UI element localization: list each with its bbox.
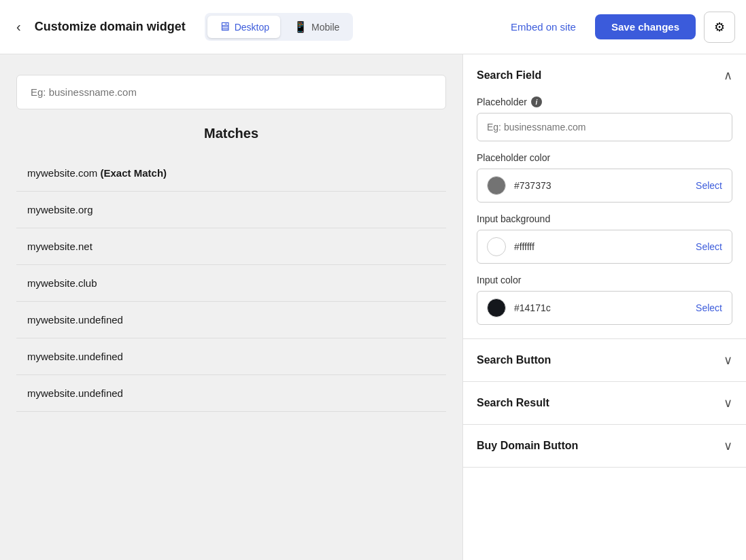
exact-match-label: (Exact Match): [101, 167, 167, 179]
list-item: mywebsite.org: [16, 192, 446, 228]
input-color-swatch: [487, 298, 506, 317]
input-bg-color-row: #ffffff Select: [477, 230, 732, 264]
input-bg-color-select-button[interactable]: Select: [696, 241, 722, 252]
chevron-up-icon: ∧: [724, 68, 732, 83]
list-item: mywebsite.undefined: [16, 338, 446, 375]
placeholder-color-swatch: [487, 176, 506, 195]
match-text: mywebsite.undefined: [27, 351, 123, 362]
placeholder-color-value: #737373: [514, 180, 688, 191]
list-item: mywebsite.undefined: [16, 375, 446, 412]
placeholder-input[interactable]: [477, 113, 732, 141]
mobile-button[interactable]: 📱 Mobile: [283, 16, 350, 37]
desktop-label: Desktop: [235, 22, 269, 33]
settings-button[interactable]: ⚙: [704, 12, 735, 43]
search-field-title: Search Field: [477, 69, 541, 82]
save-changes-button[interactable]: Save changes: [595, 14, 696, 39]
list-item: mywebsite.undefined: [16, 302, 446, 338]
input-bg-label: Input background: [477, 213, 732, 224]
embed-on-site-button[interactable]: Embed on site: [500, 16, 587, 38]
buy-domain-title: Buy Domain Button: [477, 440, 578, 452]
list-item: mywebsite.club: [16, 265, 446, 302]
search-field-header[interactable]: Search Field ∧: [463, 54, 746, 97]
search-button-section: Search Button ∨: [463, 339, 746, 382]
search-button-header[interactable]: Search Button ∨: [463, 339, 746, 381]
info-icon: i: [531, 97, 542, 107]
placeholder-color-select-button[interactable]: Select: [696, 180, 722, 191]
back-button[interactable]: ‹: [11, 16, 27, 37]
search-result-section: Search Result ∨: [463, 382, 746, 425]
search-button-title: Search Button: [477, 354, 551, 366]
match-text: mywebsite.club: [27, 277, 97, 289]
gear-icon: ⚙: [714, 20, 725, 35]
list-item: mywebsite.net: [16, 228, 446, 265]
input-bg-color-swatch: [487, 237, 506, 256]
matches-section: Matches mywebsite.com (Exact Match) mywe…: [16, 126, 446, 412]
buy-domain-section: Buy Domain Button ∨: [463, 425, 746, 468]
search-result-header[interactable]: Search Result ∨: [463, 382, 746, 424]
match-text: mywebsite.undefined: [27, 387, 123, 399]
chevron-down-icon: ∨: [724, 396, 732, 410]
search-field-section: Search Field ∧ Placeholder i Placeholder…: [463, 54, 746, 339]
input-bg-color-value: #ffffff: [514, 241, 688, 252]
device-toggle: 🖥 Desktop 📱 Mobile: [205, 13, 354, 41]
mobile-icon: 📱: [294, 20, 307, 33]
mobile-label: Mobile: [311, 22, 339, 33]
search-result-title: Search Result: [477, 397, 549, 409]
right-settings-panel: Search Field ∧ Placeholder i Placeholder…: [462, 54, 746, 560]
topbar: ‹ Customize domain widget 🖥 Desktop 📱 Mo…: [0, 0, 746, 54]
buy-domain-header[interactable]: Buy Domain Button ∨: [463, 425, 746, 467]
match-text: mywebsite.net: [27, 241, 92, 252]
match-text: mywebsite.undefined: [27, 314, 123, 326]
preview-search-input: Eg: businessname.com: [16, 75, 446, 109]
page-title: Customize domain widget: [35, 20, 186, 34]
matches-title: Matches: [16, 126, 446, 141]
placeholder-label: Placeholder i: [477, 97, 732, 107]
input-color-value: #14171c: [514, 302, 688, 313]
input-color-select-button[interactable]: Select: [696, 302, 722, 313]
chevron-down-icon: ∨: [724, 353, 732, 368]
input-color-label: Input color: [477, 275, 732, 285]
monitor-icon: 🖥: [218, 20, 231, 34]
list-item: mywebsite.com (Exact Match): [16, 155, 446, 192]
main-layout: Eg: businessname.com Matches mywebsite.c…: [0, 54, 746, 560]
chevron-down-icon: ∨: [724, 438, 732, 453]
desktop-button[interactable]: 🖥 Desktop: [207, 16, 280, 38]
preview-panel: Eg: businessname.com Matches mywebsite.c…: [0, 54, 462, 560]
search-field-body: Placeholder i Placeholder color #737373 …: [463, 97, 746, 338]
match-text: mywebsite.org: [27, 204, 93, 215]
placeholder-color-label: Placeholder color: [477, 152, 732, 163]
match-text: mywebsite.com: [27, 167, 101, 179]
input-color-row: #14171c Select: [477, 291, 732, 325]
placeholder-color-row: #737373 Select: [477, 169, 732, 203]
